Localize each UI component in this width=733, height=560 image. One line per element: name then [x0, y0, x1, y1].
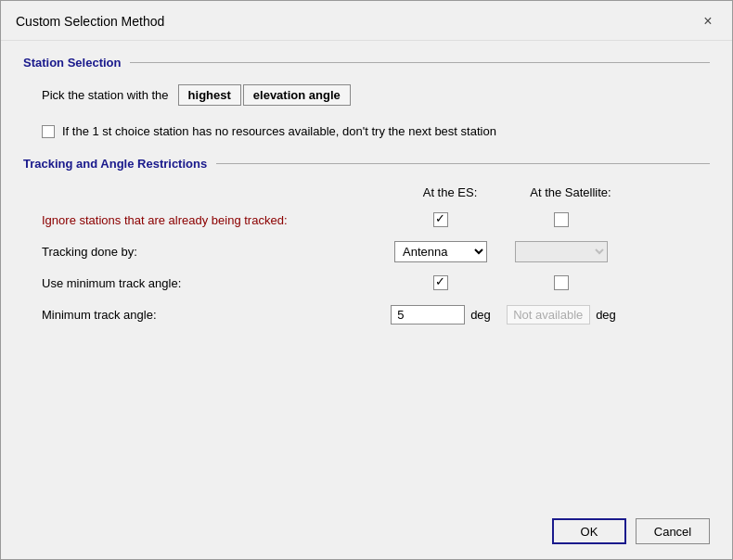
close-button[interactable]: ×	[695, 8, 721, 34]
sat-deg-label: deg	[596, 308, 616, 322]
min-track-angle-sat-input	[507, 305, 590, 325]
min-track-angle-row: Minimum track angle: deg deg	[42, 301, 710, 327]
tracking-done-sat-cell	[496, 241, 626, 262]
tracking-done-row: Tracking done by: Antenna	[42, 238, 710, 264]
no-next-best-row: If the 1 st choice station has no resour…	[42, 124, 710, 138]
cancel-button[interactable]: Cancel	[636, 518, 710, 544]
tracking-section: Tracking and Angle Restrictions At the E…	[23, 157, 710, 327]
pick-label: Pick the station with the	[42, 88, 169, 102]
station-selection-header: Station Selection	[23, 56, 710, 70]
use-min-track-row: Use minimum track angle:	[42, 270, 710, 296]
tracking-title: Tracking and Angle Restrictions	[23, 157, 207, 171]
use-min-track-sat-cell	[496, 275, 626, 290]
station-pick-row: Pick the station with the highest elevat…	[42, 84, 710, 106]
min-track-angle-es-input[interactable]	[391, 305, 465, 325]
use-min-track-label: Use minimum track angle:	[42, 276, 385, 290]
ok-button[interactable]: OK	[552, 518, 626, 544]
use-min-track-sat-checkbox[interactable]	[554, 275, 569, 290]
tracking-divider	[216, 163, 710, 164]
dialog-title: Custom Selection Method	[16, 14, 164, 29]
col-es-header: At the ES:	[394, 185, 506, 199]
use-min-track-es-checkbox[interactable]	[433, 275, 448, 290]
tracking-header: Tracking and Angle Restrictions	[23, 157, 710, 171]
title-bar: Custom Selection Method ×	[1, 1, 732, 41]
min-track-angle-label: Minimum track angle:	[42, 308, 385, 322]
ignore-stations-row: Ignore stations that are already being t…	[42, 207, 710, 233]
ignore-stations-es-checkbox[interactable]	[433, 212, 448, 227]
tracking-done-label: Tracking done by:	[42, 245, 385, 259]
tracking-done-es-cell: Antenna	[385, 241, 496, 262]
tracking-done-es-select[interactable]: Antenna	[394, 241, 487, 262]
tracking-done-sat-select	[515, 241, 608, 262]
highest-button[interactable]: highest	[178, 84, 241, 106]
min-track-angle-es-cell: deg	[385, 305, 496, 325]
ignore-stations-sat-cell	[496, 212, 626, 227]
col-sat-header: At the Satellite:	[506, 185, 636, 199]
column-headers: At the ES: At the Satellite:	[42, 185, 710, 199]
elevation-angle-button[interactable]: elevation angle	[243, 84, 351, 106]
use-min-track-es-cell	[385, 275, 496, 290]
station-selection-title: Station Selection	[23, 56, 121, 70]
es-deg-label: deg	[470, 308, 491, 322]
ignore-stations-label: Ignore stations that are already being t…	[42, 213, 385, 227]
ignore-stations-es-cell	[385, 212, 496, 227]
no-next-best-label: If the 1 st choice station has no resour…	[62, 124, 496, 138]
section-divider	[130, 62, 710, 63]
dialog-footer: OK Cancel	[1, 507, 732, 559]
dialog: Custom Selection Method × Station Select…	[0, 0, 733, 560]
dialog-body: Station Selection Pick the station with …	[1, 41, 732, 507]
min-track-angle-sat-cell: deg	[496, 305, 626, 325]
no-next-best-checkbox[interactable]	[42, 125, 55, 138]
ignore-stations-sat-checkbox[interactable]	[554, 212, 569, 227]
